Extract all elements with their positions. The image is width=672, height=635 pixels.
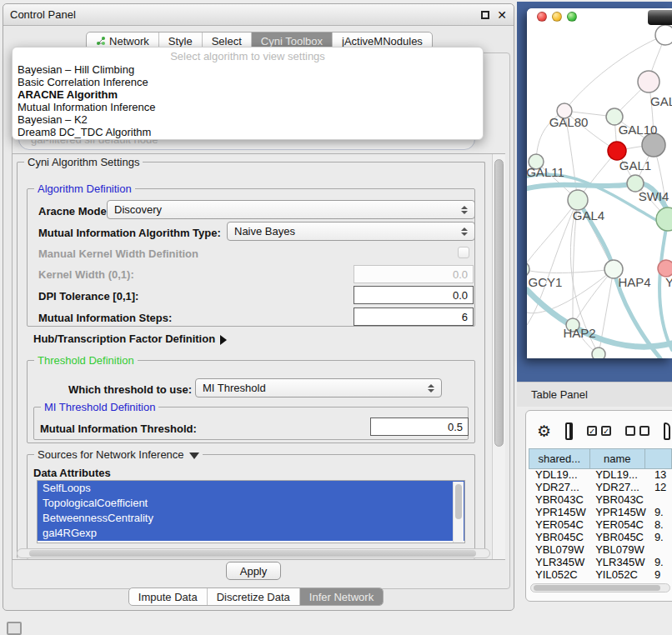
settings-horizontal-scrollbar[interactable] bbox=[17, 548, 490, 558]
table-row[interactable]: YPR145WYPR145W9. bbox=[529, 506, 672, 518]
table-horizontal-scrollbar[interactable] bbox=[530, 583, 670, 592]
export-table-icon[interactable] bbox=[664, 422, 670, 440]
apply-button[interactable]: Apply bbox=[226, 562, 281, 580]
algorithm-option[interactable]: Dream8 DC_TDC Algorithm bbox=[13, 126, 483, 138]
network-node[interactable] bbox=[568, 190, 588, 210]
algorithm-option[interactable]: Basic Correlation Inference bbox=[13, 76, 483, 88]
network-node[interactable] bbox=[655, 25, 672, 45]
network-node[interactable] bbox=[658, 260, 672, 277]
control-panel-title: Control Panel bbox=[10, 8, 76, 21]
which-threshold-select[interactable]: MI Threshold bbox=[195, 378, 442, 398]
column-header[interactable] bbox=[644, 449, 671, 469]
table-panel-title: Table Panel bbox=[531, 388, 588, 401]
network-node[interactable] bbox=[642, 133, 665, 157]
dpi-tolerance-label: DPI Tolerance [0,1]: bbox=[38, 290, 138, 302]
manual-kernel-width-checkbox[interactable] bbox=[458, 247, 469, 258]
table-row[interactable]: YBR045CYBR045C9. bbox=[529, 531, 672, 543]
table-panel-titlebar: Table Panel bbox=[517, 382, 672, 407]
algorithm-definition-title: Algorithm Definition bbox=[34, 182, 135, 195]
node-label: SWI4 bbox=[639, 189, 669, 203]
node-label: HAP4 bbox=[618, 275, 650, 289]
algorithm-popup-header: Select algorithm to view settings bbox=[13, 49, 483, 63]
column-header[interactable]: shared... bbox=[529, 449, 590, 469]
data-attributes-label: Data Attributes bbox=[33, 467, 111, 479]
node-label: HAP2 bbox=[563, 326, 595, 340]
algorithm-option[interactable]: Bayesian – Hill Climbing bbox=[13, 63, 483, 76]
deselect-all-checkboxes-icon[interactable] bbox=[625, 426, 649, 436]
node-label: GAL1 bbox=[619, 158, 651, 172]
mi-threshold-label: Mutual Information Threshold: bbox=[40, 422, 197, 435]
collapsed-panel-icon[interactable] bbox=[7, 622, 22, 635]
network-node[interactable] bbox=[638, 71, 659, 92]
expanded-arrow-icon bbox=[189, 452, 199, 459]
node-label: Y bbox=[665, 275, 672, 289]
algorithm-option-selected[interactable]: ARACNE Algorithm bbox=[13, 88, 483, 101]
attribute-item-selected[interactable]: gal4RGexp bbox=[38, 526, 464, 541]
window-corner-fragment bbox=[648, 10, 672, 25]
algorithm-dropdown-popup: Select algorithm to view settings Bayesi… bbox=[12, 47, 484, 140]
attribute-item-selected[interactable]: BetweennessCentrality bbox=[38, 511, 464, 526]
aracne-mode-select[interactable]: Discovery bbox=[107, 200, 475, 219]
attribute-item-selected[interactable]: TopologicalCoefficient bbox=[38, 496, 464, 511]
data-attributes-list[interactable]: SelfLoops TopologicalCoefficient Between… bbox=[37, 480, 465, 543]
close-panel-icon[interactable]: ✕ bbox=[497, 11, 507, 19]
table-toolbar: ⚙ ✓✓ bbox=[527, 415, 670, 447]
node-table-rows: YDL19...YDL19...13 YDR27...YDR27...12 YB… bbox=[529, 468, 672, 582]
window-zoom-button[interactable] bbox=[567, 12, 577, 22]
settings-vertical-scrollbar[interactable] bbox=[492, 154, 505, 559]
table-row[interactable]: YDL19...YDL19...13 bbox=[529, 468, 672, 481]
gear-icon[interactable]: ⚙ bbox=[537, 423, 551, 439]
threshold-definition-title: Threshold Definition bbox=[34, 354, 138, 367]
select-all-checkboxes-icon[interactable]: ✓✓ bbox=[587, 426, 611, 436]
table-row[interactable]: YBL079WYBL079W bbox=[529, 543, 672, 556]
attribute-item-selected[interactable]: SelfLoops bbox=[38, 481, 464, 496]
cyni-settings-group-title: Cyni Algorithm Settings bbox=[24, 156, 143, 168]
tab-discretize-data[interactable]: Discretize Data bbox=[208, 588, 300, 605]
node-label: GAL80 bbox=[549, 115, 589, 129]
mi-threshold-field[interactable]: 0.5 bbox=[370, 418, 469, 436]
window-minimize-button[interactable] bbox=[552, 12, 562, 22]
control-panel-titlebar: Control Panel ✕ bbox=[3, 4, 514, 26]
network-node[interactable] bbox=[592, 348, 605, 358]
node-table-header: shared... name bbox=[529, 448, 672, 469]
attribute-list-scrollbar[interactable] bbox=[453, 482, 464, 543]
which-threshold-label: Which threshold to use: bbox=[68, 383, 192, 396]
mi-algorithm-type-select[interactable]: Naive Bayes bbox=[227, 222, 475, 241]
bottom-tab-bar: Impute Data Discretize Data Infer Networ… bbox=[0, 588, 512, 606]
tab-impute-data[interactable]: Impute Data bbox=[129, 588, 208, 605]
columns-icon[interactable] bbox=[565, 422, 573, 440]
aracne-mode-label: Aracne Mode: bbox=[38, 205, 110, 218]
network-node[interactable] bbox=[608, 142, 626, 160]
node-label: GAL4 bbox=[573, 208, 604, 222]
table-row[interactable]: YER054CYER054C8. bbox=[529, 518, 672, 531]
table-row[interactable]: YIL052CYIL052C9 bbox=[529, 568, 672, 581]
dpi-tolerance-field[interactable]: 0.0 bbox=[354, 286, 474, 304]
manual-kernel-width-label: Manual Kernel Width Definition bbox=[38, 248, 198, 260]
table-row[interactable]: YBR043CYBR043C bbox=[529, 493, 672, 506]
node-label: GAL bbox=[650, 94, 672, 108]
combo-arrows-icon bbox=[428, 384, 434, 392]
node-label: GCY1 bbox=[529, 275, 563, 289]
sources-group-title[interactable]: Sources for Network Inference bbox=[34, 448, 203, 461]
combo-arrows-icon bbox=[461, 228, 468, 236]
kernel-width-field[interactable]: 0.0 bbox=[354, 265, 474, 283]
column-header[interactable]: name bbox=[589, 449, 644, 469]
algorithm-option[interactable]: Mutual Information Inference bbox=[13, 101, 483, 113]
mi-threshold-group-title: MI Threshold Definition bbox=[41, 401, 158, 413]
hub-definition-toggle[interactable]: Hub/Transcription Factor Definition bbox=[33, 332, 227, 345]
collapsed-arrow-icon bbox=[220, 335, 227, 345]
node-label: GAL11 bbox=[527, 165, 564, 179]
tab-infer-network[interactable]: Infer Network bbox=[300, 588, 383, 605]
combo-arrows-icon bbox=[461, 206, 468, 214]
table-row[interactable]: YLR345WYLR345W9. bbox=[529, 556, 672, 568]
window-close-button[interactable] bbox=[537, 12, 547, 22]
kernel-width-label: Kernel Width (0,1): bbox=[38, 268, 134, 281]
mi-steps-label: Mutual Information Steps: bbox=[38, 312, 172, 324]
network-node[interactable] bbox=[656, 208, 672, 231]
mi-steps-field[interactable]: 6 bbox=[354, 308, 474, 326]
float-panel-icon[interactable] bbox=[481, 11, 489, 19]
table-row[interactable]: YDR27...YDR27...12 bbox=[529, 481, 672, 493]
algorithm-option[interactable]: Bayesian – K2 bbox=[13, 113, 483, 126]
network-icon bbox=[96, 36, 106, 46]
network-canvas[interactable]: GAL GAL80 GAL10 GAL1 GAL11 SWI4 GAL4 GCY… bbox=[527, 25, 672, 358]
